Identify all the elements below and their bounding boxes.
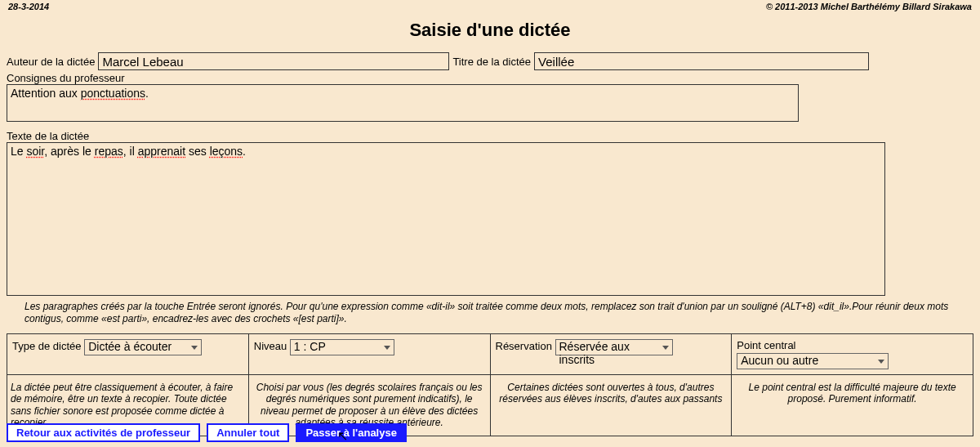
author-label: Auteur de la dictée	[7, 56, 95, 68]
level-select[interactable]: 1 : CP	[290, 339, 394, 355]
dictation-label: Texte de la dictée	[0, 130, 980, 142]
options-table: Type de dictée Dictée à écouter Niveau 1…	[7, 333, 973, 436]
type-label: Type de dictée	[12, 340, 82, 352]
reservation-select[interactable]: Réservée aux inscrits	[555, 339, 673, 355]
point-label: Point central	[737, 339, 968, 351]
title-label: Titre de la dictée	[452, 56, 531, 68]
cancel-button[interactable]: Annuler tout	[207, 423, 289, 442]
level-label: Niveau	[254, 340, 287, 352]
page-title: Saisie d'une dictée	[0, 20, 980, 41]
point-desc: Le point central est la difficulté majeu…	[732, 375, 973, 436]
author-input[interactable]	[98, 52, 449, 70]
reservation-desc: Certaines dictées sont ouvertes à tous, …	[490, 375, 732, 436]
title-input[interactable]	[534, 52, 869, 70]
page-date: 28-3-2014	[8, 2, 49, 11]
hint-text: Les paragraphes créés par la touche Entr…	[0, 296, 980, 330]
back-button[interactable]: Retour aux activités de professeur	[7, 423, 200, 442]
reservation-label: Réservation	[496, 340, 552, 352]
type-select[interactable]: Dictée à écouter	[84, 339, 202, 355]
copyright-text: © 2011-2013 Michel Barthélémy Billard Si…	[766, 2, 972, 11]
analyze-button[interactable]: Passer à l'analyse	[296, 423, 407, 442]
instructions-textarea[interactable]: Attention aux ponctuations.	[7, 84, 799, 122]
point-select[interactable]: Aucun ou autre	[737, 353, 889, 369]
dictation-textarea[interactable]: Le soir, après le repas, il apprenait se…	[7, 142, 885, 296]
instructions-label: Consignes du professeur	[0, 72, 980, 84]
